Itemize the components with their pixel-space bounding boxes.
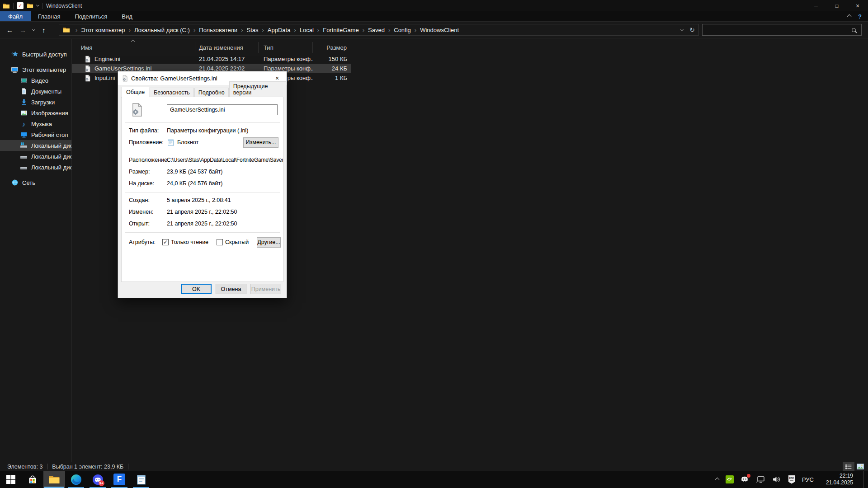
- sidebar-item-drive-c[interactable]: Локальный диск (C:): [0, 140, 71, 151]
- column-headers: Имя Дата изменения Тип Размер: [72, 42, 351, 53]
- breadcrumb-saved[interactable]: Saved: [367, 27, 386, 33]
- start-button[interactable]: [0, 471, 22, 488]
- tab-share[interactable]: Поделиться: [67, 11, 114, 21]
- breadcrumb-local[interactable]: Local: [299, 27, 315, 33]
- hidden-checkbox[interactable]: [217, 239, 223, 245]
- taskbar-file-explorer[interactable]: [43, 471, 65, 488]
- search-box[interactable]: [702, 24, 862, 36]
- qat-customize-chevron-icon[interactable]: [36, 4, 39, 7]
- sidebar-item-network[interactable]: Сеть: [0, 177, 71, 188]
- address-dropdown-chevron-icon[interactable]: [680, 28, 684, 31]
- field-label: Расположение:: [129, 157, 167, 163]
- tab-previous-versions[interactable]: Предыдущие версии: [229, 81, 286, 97]
- readonly-checkbox[interactable]: ✓: [162, 239, 169, 245]
- field-label: Открыт:: [129, 221, 167, 227]
- documents-icon: [20, 88, 28, 95]
- column-type[interactable]: Тип: [259, 42, 313, 53]
- divider: [13, 3, 14, 9]
- sidebar-item-pictures[interactable]: Изображения: [0, 108, 71, 118]
- tab-general[interactable]: Общие: [122, 87, 149, 98]
- minimize-button[interactable]: ─: [806, 0, 826, 11]
- ok-button[interactable]: OK: [181, 284, 212, 294]
- column-date-modified[interactable]: Дата изменения: [195, 42, 259, 53]
- large-icons-view-button[interactable]: [854, 462, 866, 471]
- breadcrumb-users[interactable]: Пользователи: [198, 27, 238, 33]
- breadcrumb-appdata[interactable]: AppData: [267, 27, 292, 33]
- ini-file-icon: [84, 75, 91, 82]
- tab-view[interactable]: Вид: [114, 11, 140, 21]
- sidebar-item-drive-e[interactable]: Локальный диск (E:): [0, 162, 71, 173]
- other-attributes-button[interactable]: Другие...: [257, 237, 280, 248]
- sidebar-item-downloads[interactable]: Загрузки: [0, 97, 71, 108]
- breadcrumb-windowsclient[interactable]: WindowsClient: [419, 27, 460, 33]
- file-row-engine-ini[interactable]: Engine.ini 21.04.2025 14:17 Параметры ко…: [72, 54, 351, 64]
- breadcrumb-config[interactable]: Config: [393, 27, 412, 33]
- language-indicator[interactable]: РУС: [802, 476, 814, 483]
- nvidia-tray-icon[interactable]: [726, 475, 734, 483]
- filename-input[interactable]: [167, 104, 278, 115]
- search-input[interactable]: [703, 27, 852, 33]
- refresh-icon[interactable]: ↻: [689, 26, 695, 33]
- sidebar-item-quick-access[interactable]: Быстрый доступ: [0, 49, 71, 60]
- recent-locations-chevron-icon[interactable]: [32, 28, 35, 31]
- tab-home[interactable]: Главная: [31, 11, 67, 21]
- taskbar-fortnite[interactable]: F: [108, 471, 130, 488]
- taskbar-edge[interactable]: [65, 471, 87, 488]
- file-type-big-icon: [130, 101, 144, 118]
- clock[interactable]: 22:19 21.04.2025: [821, 473, 853, 486]
- sidebar-item-videos[interactable]: Видео: [0, 75, 71, 86]
- breadcrumb-sep-icon: ›: [259, 27, 267, 33]
- taskbar-discord[interactable]: 9+: [87, 471, 108, 488]
- sidebar-item-label: Рабочий стол: [31, 131, 68, 138]
- dialog-title: Свойства: GameUserSettings.ini: [131, 75, 217, 82]
- tab-security[interactable]: Безопасность: [150, 88, 194, 97]
- close-button[interactable]: ×: [847, 0, 868, 11]
- breadcrumb-stas[interactable]: Stas: [245, 27, 259, 33]
- apply-button[interactable]: Применить: [250, 284, 281, 294]
- breadcrumb-fortnitegame[interactable]: FortniteGame: [322, 27, 359, 33]
- divider: [128, 464, 128, 469]
- file-type-row: Тип файла: Параметры конфигурации (.ini): [122, 125, 283, 136]
- change-app-button[interactable]: Изменить...: [243, 137, 278, 148]
- sidebar-item-drive-d[interactable]: Локальный диск (D:): [0, 151, 71, 162]
- sidebar-item-documents[interactable]: Документы: [0, 86, 71, 97]
- sidebar-item-label: Этот компьютер: [22, 66, 66, 73]
- help-icon[interactable]: ?: [858, 13, 862, 20]
- collapse-ribbon-icon[interactable]: [847, 14, 852, 19]
- taskbar-microsoft-store[interactable]: [22, 471, 43, 488]
- breadcrumb-drive-c[interactable]: Локальный диск (C:): [133, 27, 191, 33]
- quick-access-star-icon: [11, 51, 19, 58]
- cancel-button[interactable]: Отмена: [216, 284, 246, 294]
- discord-tray-icon[interactable]: [741, 475, 750, 483]
- maximize-button[interactable]: □: [826, 0, 847, 11]
- breadcrumb-this-pc[interactable]: Этот компьютер: [80, 27, 126, 33]
- column-size[interactable]: Размер: [313, 42, 351, 53]
- qat-new-folder-icon[interactable]: [27, 2, 33, 9]
- address-bar[interactable]: › Этот компьютер › Локальный диск (C:) ›…: [59, 24, 699, 36]
- breadcrumb-sep-icon: ›: [126, 27, 133, 33]
- column-name[interactable]: Имя: [72, 42, 195, 53]
- field-label: Создан:: [129, 197, 167, 203]
- qat-properties-icon[interactable]: ✓: [17, 2, 24, 9]
- hidden-icons-chevron-icon[interactable]: [715, 477, 720, 482]
- forward-icon[interactable]: →: [19, 27, 26, 33]
- volume-tray-icon[interactable]: [772, 475, 781, 483]
- network-tray-icon[interactable]: [756, 475, 765, 483]
- details-view-button[interactable]: [843, 462, 854, 471]
- field-value: 23,9 КБ (24 537 байт): [167, 169, 222, 175]
- breadcrumb: › Этот компьютер › Локальный диск (C:) ›…: [73, 27, 681, 33]
- back-icon[interactable]: ←: [6, 27, 13, 33]
- up-icon[interactable]: ↑: [42, 27, 46, 33]
- epic-games-tray-icon[interactable]: EPIC: [788, 475, 795, 484]
- desktop-icon: [20, 131, 28, 139]
- sidebar-item-desktop[interactable]: Рабочий стол: [0, 129, 71, 140]
- taskbar-notepad[interactable]: [130, 471, 152, 488]
- downloads-icon: [20, 99, 28, 106]
- sidebar-item-this-pc[interactable]: Этот компьютер: [0, 64, 71, 75]
- sidebar-item-music[interactable]: ♪ Музыка: [0, 118, 71, 129]
- tab-details[interactable]: Подробно: [194, 88, 229, 97]
- breadcrumb-sep-icon: ›: [386, 27, 393, 33]
- tab-file[interactable]: Файл: [0, 11, 31, 21]
- show-desktop-button[interactable]: [863, 471, 866, 488]
- search-icon[interactable]: [852, 28, 856, 32]
